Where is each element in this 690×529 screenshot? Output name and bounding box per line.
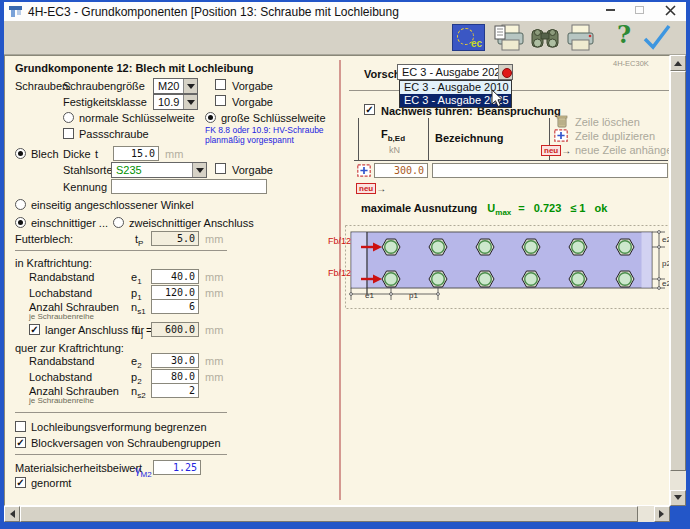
- duplicate-row-icon[interactable]: [554, 129, 568, 142]
- search-button[interactable]: [530, 24, 560, 56]
- genormt-checkbox[interactable]: [15, 477, 26, 488]
- kennung-input[interactable]: [111, 179, 267, 194]
- zweischnittig-radio[interactable]: [113, 217, 124, 228]
- passschraube-checkbox[interactable]: [63, 128, 74, 139]
- app-icon: [8, 5, 23, 18]
- vorgabe-klasse-checkbox[interactable]: [215, 95, 226, 106]
- chevron-down-icon[interactable]: [183, 95, 197, 109]
- lochabstand2-label: Lochabstand: [29, 371, 92, 383]
- confirm-button[interactable]: [642, 24, 672, 55]
- kraftrichtung-label: in Kraftrichtung:: [15, 257, 92, 269]
- ns2-symbol: ns2: [131, 385, 146, 400]
- bolt-pattern-diagram: Fb/12 Fb/12 e1 p1 e2 p2 e2: [327, 224, 670, 310]
- p1-input[interactable]: [151, 285, 199, 300]
- result-label: maximale Ausnutzung: [361, 202, 477, 214]
- lj-symbol: Lj =: [135, 324, 152, 339]
- vorgabe-stahl-label: Vorgabe: [232, 164, 273, 176]
- futterblech-input[interactable]: [151, 231, 199, 246]
- lochleibung-label: Lochleibungsverformung begrenzen: [31, 421, 207, 433]
- scroll-left-button[interactable]: [4, 506, 20, 522]
- scroll-right-button[interactable]: [654, 506, 670, 522]
- winkel-label: einseitig angeschlossener Winkel: [31, 199, 194, 211]
- divider: [15, 412, 227, 413]
- blockversagen-checkbox[interactable]: [15, 437, 26, 448]
- stahlsorte-label: Stahlsorte: [63, 164, 113, 176]
- randabstand1-label: Randabstand: [29, 271, 94, 283]
- schraubengroesse-select[interactable]: M20: [153, 78, 198, 94]
- horizontal-scroll-thumb[interactable]: [20, 506, 638, 522]
- stahlsorte-select[interactable]: S235: [111, 162, 207, 178]
- print-button[interactable]: [565, 24, 596, 57]
- close-icon: [665, 5, 676, 16]
- lj-input[interactable]: [151, 322, 199, 337]
- vorschrift-select[interactable]: EC 3 - Ausgabe 2025: [397, 64, 513, 80]
- gamma-input[interactable]: [153, 460, 201, 475]
- append-row-button[interactable]: neu→: [356, 181, 386, 194]
- e2-input[interactable]: [151, 353, 199, 368]
- schraubengroesse-label: Schraubengröße: [63, 80, 145, 92]
- vorgabe-groesse-checkbox[interactable]: [215, 79, 226, 90]
- vorgabe-klasse-label: Vorgabe: [232, 96, 273, 108]
- chevron-down-icon[interactable]: [192, 163, 206, 177]
- je-reihe-label: je Schraubenreihe: [29, 396, 94, 405]
- einschnittig-radio[interactable]: [15, 217, 26, 228]
- vertical-scrollbar[interactable]: [670, 55, 686, 506]
- schraubengroesse-value: M20: [154, 80, 183, 92]
- mm-unit: mm: [205, 233, 223, 245]
- print-list-button[interactable]: [494, 24, 525, 57]
- help-icon: ?: [617, 20, 631, 49]
- blech-radio[interactable]: [15, 148, 26, 159]
- p1-dim-label: p1: [409, 291, 418, 300]
- new-row-icon[interactable]: neu→: [541, 143, 571, 156]
- trash-icon[interactable]: [556, 114, 568, 128]
- table-line: [428, 118, 429, 160]
- chevron-down-icon[interactable]: [183, 79, 197, 93]
- scroll-down-button[interactable]: [670, 490, 686, 506]
- duplicate-row-label[interactable]: Zeile duplizieren: [575, 130, 655, 142]
- lochleibung-checkbox[interactable]: [15, 421, 26, 432]
- e1-input[interactable]: [151, 269, 199, 284]
- mm-unit: mm: [205, 287, 223, 299]
- p1-symbol: p1: [131, 287, 142, 302]
- ns1-input[interactable]: [151, 299, 199, 314]
- sw-gross-radio[interactable]: [205, 112, 216, 123]
- hv-note-line1: FK 8.8 oder 10.9: HV-Schraube: [205, 125, 324, 135]
- vertical-scroll-thumb[interactable]: [670, 71, 686, 471]
- hv-note-line2: planmäßig vorgespannt: [205, 135, 294, 145]
- winkel-radio[interactable]: [15, 199, 26, 210]
- umax-symbol: Umax: [487, 202, 511, 217]
- toolbar: ec: [4, 21, 686, 55]
- je-reihe-label: je Schraubenreihe: [29, 312, 94, 321]
- close-button[interactable]: [662, 3, 678, 17]
- row-duplicate-icon[interactable]: [357, 164, 371, 177]
- bezeichnung-row-input[interactable]: [432, 163, 668, 178]
- blech-label: Blech: [31, 148, 59, 160]
- p2-input[interactable]: [151, 369, 199, 384]
- help-button[interactable]: ?: [617, 22, 631, 48]
- delete-row-label[interactable]: Zeile löschen: [575, 116, 640, 128]
- minimize-button[interactable]: [602, 3, 618, 17]
- ns2-input[interactable]: [151, 383, 199, 398]
- langer-anschluss-checkbox[interactable]: [29, 324, 40, 335]
- eurocode-icon[interactable]: ec: [452, 24, 485, 51]
- zweischnittig-label: zweischnittiger Anschluss: [129, 217, 254, 229]
- sw-normal-radio[interactable]: [63, 112, 74, 123]
- p2-dim-label: p2: [662, 259, 670, 268]
- title-bar: 4H-EC3 - Grundkomponenten [Position 13: …: [4, 2, 686, 21]
- fbed-row-input[interactable]: [374, 163, 428, 178]
- passschraube-label: Passschraube: [79, 128, 149, 140]
- divider: [15, 250, 227, 251]
- sw-normal-label: normale Schlüsselweite: [79, 112, 195, 124]
- dicke-input[interactable]: [113, 146, 159, 161]
- nachweis-checkbox[interactable]: [364, 104, 375, 115]
- e2-dim-label-bottom: e2: [662, 279, 670, 288]
- maximize-button[interactable]: [631, 3, 647, 17]
- p2-symbol: p2: [131, 371, 142, 386]
- vorgabe-stahl-checkbox[interactable]: [215, 163, 226, 174]
- append-row-label[interactable]: neue Zeile anhängen: [575, 144, 670, 156]
- scroll-up-button[interactable]: [670, 55, 686, 71]
- e2-symbol: e2: [131, 355, 142, 370]
- festigkeitsklasse-select[interactable]: 10.9: [153, 94, 198, 110]
- horizontal-scrollbar[interactable]: [4, 506, 670, 522]
- red-led-icon[interactable]: [498, 65, 512, 79]
